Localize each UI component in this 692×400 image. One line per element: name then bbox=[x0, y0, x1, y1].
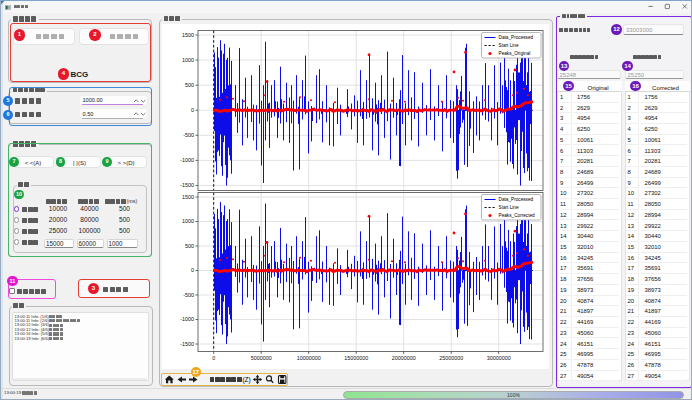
svg-text:0: 0 bbox=[212, 355, 215, 361]
svg-text:25000000: 25000000 bbox=[439, 355, 463, 361]
svg-text:-1000: -1000 bbox=[180, 157, 194, 163]
svg-text:15000000: 15000000 bbox=[344, 355, 368, 361]
svg-text:0: 0 bbox=[191, 107, 194, 113]
svg-text:1000: 1000 bbox=[182, 57, 194, 63]
svg-text:Peaks_Corrected: Peaks_Corrected bbox=[499, 213, 536, 218]
svg-text:1500: 1500 bbox=[182, 194, 194, 200]
svg-text:500: 500 bbox=[185, 82, 194, 88]
svg-text:-1500: -1500 bbox=[180, 341, 194, 347]
svg-text:1000: 1000 bbox=[182, 218, 194, 224]
svg-text:30000000: 30000000 bbox=[487, 355, 511, 361]
svg-text:-1000: -1000 bbox=[180, 316, 194, 322]
svg-text:Data_Processed: Data_Processed bbox=[499, 35, 534, 40]
svg-text:-500: -500 bbox=[183, 132, 194, 138]
svg-text:10000000: 10000000 bbox=[297, 355, 321, 361]
svg-text:-500: -500 bbox=[183, 292, 194, 298]
svg-text:Start Line: Start Line bbox=[499, 205, 519, 210]
svg-text:1500: 1500 bbox=[182, 32, 194, 38]
svg-text:500: 500 bbox=[185, 243, 194, 249]
svg-text:-1500: -1500 bbox=[180, 182, 194, 188]
svg-text:20000000: 20000000 bbox=[392, 355, 416, 361]
svg-text:Data_Processed: Data_Processed bbox=[499, 197, 534, 202]
svg-text:5000000: 5000000 bbox=[251, 355, 272, 361]
svg-text:Peaks_Original: Peaks_Original bbox=[499, 51, 531, 56]
svg-text:0: 0 bbox=[191, 267, 194, 273]
svg-text:Start Line: Start Line bbox=[499, 43, 519, 48]
